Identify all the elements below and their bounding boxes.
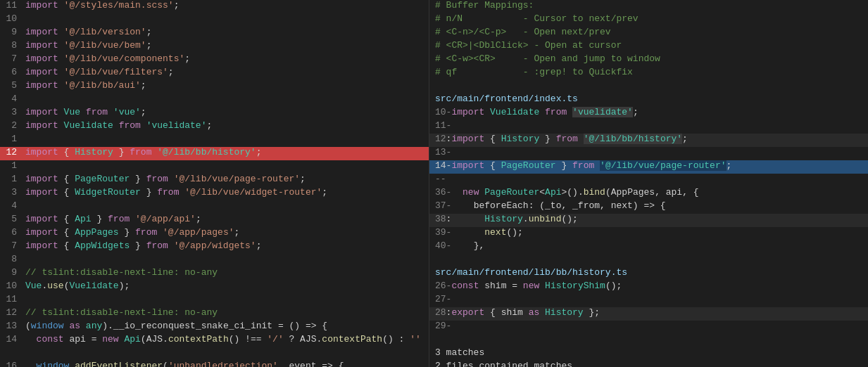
code-line: 8 import '@/lib/vue/bem'; xyxy=(0,40,429,53)
code-line: 7 import '@/lib/vue/components'; xyxy=(0,53,429,67)
search-result-match-active: 14-import { PageRouter } from '@/lib/vue… xyxy=(429,160,868,174)
search-comment-line: # <C-n>/<C-p> - Open next/prev xyxy=(429,27,868,40)
code-line: 3 import { WidgetRouter } from '@/lib/vu… xyxy=(0,187,429,200)
search-result-match: 28:export { shim as History }; xyxy=(429,307,868,321)
search-comment-line: # <CR>|<DblClick> - Open at cursor xyxy=(429,40,868,53)
search-comment-line: # n/N - Cursor to next/prev xyxy=(429,13,868,27)
code-line: 3 import Vue from 'vue'; xyxy=(0,107,429,120)
search-line xyxy=(429,80,868,94)
code-line: 11 import '@/styles/main.scss'; xyxy=(0,0,429,13)
search-result-match: 12:import { History } from '@/lib/bb/his… xyxy=(429,134,868,147)
code-line: 5 import '@/lib/bb/aui'; xyxy=(0,80,429,94)
code-line: 1 xyxy=(0,134,429,147)
code-line: 1 import { PageRouter } from '@/lib/vue/… xyxy=(0,174,429,187)
search-result-line: 29- xyxy=(429,321,868,334)
code-line: 9 import '@/lib/version'; xyxy=(0,27,429,40)
code-line: 16 window.addEventListener('unhandledrej… xyxy=(0,361,429,367)
search-comment-line: # Buffer Mappings: xyxy=(429,0,868,13)
code-line: 4 xyxy=(0,94,429,107)
right-search-pane[interactable]: # Buffer Mappings: # n/N - Cursor to nex… xyxy=(429,0,868,367)
code-line: 11 xyxy=(0,294,429,307)
search-result-line: 39- next(); xyxy=(429,227,868,240)
search-comment-line: # <C-w><CR> - Open and jump to window xyxy=(429,53,868,67)
search-result-line: 36- new PageRouter<Api>().bind(AppPages,… xyxy=(429,187,868,200)
code-line-current: 12 import { History } from '@/lib/bb/his… xyxy=(0,147,429,160)
code-line xyxy=(0,347,429,361)
search-result-line: 40- }, xyxy=(429,240,868,254)
search-result-line: 11- xyxy=(429,120,868,134)
code-line: 10 Vue.use(Vuelidate); xyxy=(0,281,429,294)
search-result-line: 13- xyxy=(429,147,868,160)
code-line: 8 xyxy=(0,254,429,267)
search-result-match: 38: History.unbind(); xyxy=(429,214,868,227)
code-line: 9 // tslint:disable-next-line: no-any xyxy=(0,267,429,281)
code-line: 12 // tslint:disable-next-line: no-any xyxy=(0,307,429,321)
code-line: 6 import '@/lib/vue/filters'; xyxy=(0,67,429,80)
search-result-line: 10-import Vuelidate from 'vuelidate'; xyxy=(429,107,868,120)
search-result-line: 27- xyxy=(429,294,868,307)
search-line xyxy=(429,334,868,347)
search-result-line: 37- beforeEach: (_to, _from, next) => { xyxy=(429,200,868,214)
code-line: 2 import Vuelidate from 'vuelidate'; xyxy=(0,120,429,134)
search-line xyxy=(429,254,868,267)
code-line: 7 import { AppWidgets } from '@/app/widg… xyxy=(0,240,429,254)
code-line: 5 import { Api } from '@/app/api'; xyxy=(0,214,429,227)
search-file-header: src/main/frontend/index.ts xyxy=(429,94,868,107)
code-line: 4 xyxy=(0,200,429,214)
search-result-line: 26-const shim = new HistoryShim(); xyxy=(429,281,868,294)
code-line: 10 xyxy=(0,13,429,27)
search-stats-matches: 3 matches xyxy=(429,347,868,361)
code-line: 1 xyxy=(0,160,429,174)
left-code-pane[interactable]: 11 import '@/styles/main.scss'; 10 9 imp… xyxy=(0,0,429,367)
code-line: 6 import { AppPages } from '@/app/pages'… xyxy=(0,227,429,240)
search-stats-files: 2 files contained matches xyxy=(429,361,868,367)
search-comment-line: # qf - :grep! to Quickfix xyxy=(429,67,868,80)
code-line: 13 (window as any).__io_reconquest_snake… xyxy=(0,321,429,334)
code-line: 14 const api = new Api(AJS.contextPath()… xyxy=(0,334,429,347)
search-separator: -- xyxy=(429,174,868,187)
search-file-header: src/main/frontend/lib/bb/history.ts xyxy=(429,267,868,281)
